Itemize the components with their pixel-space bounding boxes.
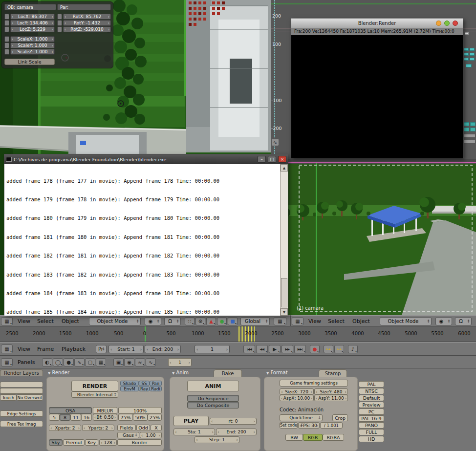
start-frame-field[interactable]: Start: 1 [108, 345, 144, 353]
roty-field[interactable]: RotY: -1.432 [63, 20, 111, 26]
lock-icon[interactable] [4, 20, 9, 26]
play-button[interactable]: ▶ [269, 345, 281, 353]
ipo-channel-swatch[interactable] [465, 32, 469, 35]
yparts-field[interactable]: Yparts: 2 [82, 425, 114, 431]
manipulator-hand-icon[interactable]: ⊛ [195, 317, 205, 325]
ipo-channel-swatch[interactable] [464, 48, 469, 51]
console-scrollbar[interactable]: ▲ ▼ [280, 164, 288, 316]
filter-size-field[interactable]: 1.00 [140, 432, 162, 438]
subcontext-render-icon[interactable]: ▣ [113, 358, 124, 366]
xparts-field[interactable]: Xparts: 2 [49, 425, 81, 431]
edge-settings-button[interactable]: Edge Settings [0, 410, 43, 417]
pr-button[interactable]: Pr [96, 345, 107, 353]
lock-icon[interactable] [4, 14, 9, 20]
window-close-button[interactable] [453, 21, 458, 26]
menu-object[interactable]: Object [352, 318, 370, 324]
blur-factor-field[interactable]: Bf: 0.50 [93, 414, 117, 421]
editor-type-button[interactable]: ▦ [1, 317, 13, 325]
menu-view[interactable]: View [18, 346, 30, 352]
preset-ntsc-button[interactable]: NTSC [359, 388, 384, 394]
shadow-toggle[interactable]: Shado [120, 381, 139, 386]
size-50-button[interactable]: 50% [133, 414, 148, 421]
aspx-field[interactable]: AspX: 10.00 [280, 395, 314, 401]
ipo-channel-swatch[interactable] [466, 64, 472, 67]
preset-full-button[interactable]: FULL [359, 429, 384, 435]
transform-orientation-dropdown[interactable]: Global [240, 317, 270, 325]
preset-preview-button[interactable]: Preview [359, 402, 384, 408]
step-field[interactable]: Step: 1 [195, 436, 239, 443]
aspy-field[interactable]: AspY: 11.00 [314, 395, 348, 401]
menu-object[interactable]: Object [62, 318, 79, 324]
ipo-channel-swatch[interactable] [470, 48, 475, 51]
layers-icon[interactable]: ▦ [274, 317, 286, 325]
tab-bake[interactable]: Bake [214, 369, 242, 377]
output-path-field[interactable] [0, 382, 43, 387]
odd-toggle[interactable]: Odd [136, 425, 150, 431]
window-minimize-button[interactable] [436, 21, 441, 26]
preset-pal169-button[interactable]: PAL 16:9 [359, 415, 384, 422]
play-animation-button[interactable]: PLAY [173, 416, 209, 426]
menu-view[interactable]: View [18, 318, 30, 324]
do-composite-toggle[interactable]: Do Composite [187, 402, 239, 408]
prev-keyframe-button[interactable]: ◀◀ [256, 345, 268, 353]
subcontext-sound-icon[interactable]: ≈ [135, 358, 145, 366]
fields-toggle[interactable]: Fields [117, 425, 136, 431]
context-editing-icon[interactable]: ▢ [85, 358, 95, 366]
draw-type-dropdown[interactable]: ◉ [145, 317, 161, 325]
parent-field[interactable]: Par: [57, 4, 111, 10]
console-minimize-button[interactable]: – [258, 156, 266, 163]
crop-toggle[interactable]: Crop [332, 414, 348, 421]
scalez-field[interactable]: ScaleZ: 1.000 [10, 49, 55, 55]
preset-hd-button[interactable]: HD [359, 436, 384, 442]
jump-to-start-button[interactable]: |◀◀ [243, 345, 255, 353]
link-scale-button[interactable]: Link Scale [4, 59, 55, 65]
pivot-dropdown[interactable]: Ω [455, 317, 472, 325]
pivot-dropdown[interactable]: Ω [164, 317, 181, 325]
osa-toggle[interactable]: OSA [49, 407, 92, 414]
keying-set-icon[interactable]: ⊶ [334, 345, 344, 353]
jump-to-end-button[interactable]: ▶▶| [294, 345, 306, 353]
auto-key-icon[interactable]: ⊶ [324, 345, 333, 353]
preset-default-button[interactable]: Default [359, 395, 384, 401]
collapse-triangle-icon[interactable]: ▼ [172, 371, 174, 375]
menu-playback[interactable]: Playback [62, 346, 86, 352]
fps-field[interactable]: FPS: 30 [298, 422, 320, 429]
locx-field[interactable]: LocX: 86.307 [10, 14, 55, 20]
rgb-toggle[interactable]: RGB [303, 434, 323, 441]
render-button[interactable]: RENDER [71, 381, 118, 391]
subcontext-sequencer-icon[interactable]: ∿ [146, 358, 156, 366]
scaley-field[interactable]: ScaleY: 1.000 [10, 43, 55, 48]
manipulator-scale-icon[interactable]: ■ [228, 317, 238, 325]
ipo-channel-swatch[interactable] [470, 128, 476, 131]
context-script-icon[interactable]: ◯ [53, 358, 63, 366]
collapse-triangle-icon[interactable]: ▼ [48, 371, 50, 375]
ipo-channel-swatch[interactable] [464, 134, 476, 138]
draw-type-dropdown[interactable]: ◉ [435, 317, 452, 325]
scalex-field[interactable]: ScaleX: 1.000 [10, 36, 55, 42]
fps-base-toggle[interactable]: / 1.001 [320, 422, 343, 429]
key-toggle[interactable]: Key [85, 439, 98, 446]
touch-button[interactable]: Touch [0, 394, 17, 401]
lock-icon[interactable] [4, 36, 9, 42]
timeline-ruler[interactable]: -2500 -2000 -1500 -1000 -500 0 500 1000 … [0, 326, 476, 342]
codec-dropdown[interactable]: QuickTime [280, 414, 323, 421]
rotz-field[interactable]: RotZ: -529.010 [63, 26, 111, 32]
rgba-toggle[interactable]: RGBA [323, 434, 344, 441]
set-codec-button[interactable]: Set code [280, 422, 298, 429]
sizex-field[interactable]: SizeX: 720 [280, 388, 314, 395]
context-shading-icon[interactable]: ● [64, 358, 74, 366]
ipo-window-icon[interactable]: ∿ [271, 138, 279, 146]
preset-pc-button[interactable]: PC [359, 408, 384, 415]
context-object-icon[interactable]: ∿ [74, 358, 85, 366]
editor-type-button[interactable]: ▦ [1, 344, 13, 353]
ipo-channel-swatch[interactable] [464, 122, 469, 126]
ssao-toggle[interactable]: SS [139, 381, 150, 386]
lock-icon[interactable] [57, 14, 62, 20]
rt-field[interactable]: rt: 0 [210, 418, 257, 425]
sizey-field[interactable]: SizeY: 480 [314, 388, 348, 395]
ipo-channel-swatch[interactable] [470, 58, 475, 61]
manipulator-translate-icon[interactable]: ▲ [206, 317, 216, 325]
backbuf-field[interactable] [0, 388, 43, 394]
lock-icon[interactable] [4, 43, 9, 48]
end-frame-field[interactable]: End: 200 [145, 345, 181, 353]
